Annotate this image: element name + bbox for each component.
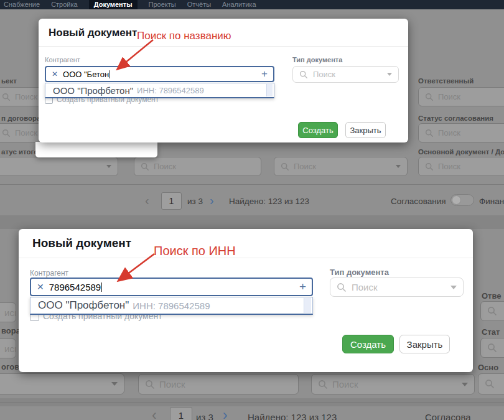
filter-input-fragment-right[interactable] (480, 338, 504, 358)
approvals-label-fragment: Согласова (425, 412, 471, 420)
search-icon (487, 306, 497, 316)
search-icon (485, 379, 495, 389)
clear-icon[interactable]: ✕ (52, 70, 58, 78)
finance-label-fragment: Финан (479, 197, 504, 206)
filter-input-fragment-right[interactable] (480, 301, 504, 321)
suggestion-name: ООО "Профбетон" (38, 299, 129, 312)
new-document-modal-bottom: Новый документ Поиск по ИНН Контрагент ✕… (19, 229, 473, 372)
filter-status-select[interactable] (0, 157, 118, 176)
filter-label-fragment: огов (1, 362, 19, 371)
chevron-down-icon (106, 165, 111, 168)
filter-label-fragment-right: Осно (478, 363, 498, 372)
placeholder: Поиск (438, 128, 460, 138)
placeholder: Поиск (15, 92, 37, 101)
approvals-finance-toggle[interactable] (450, 194, 474, 206)
filter-approval-status-search-input[interactable]: Поиск (418, 123, 504, 142)
filter-search-select[interactable]: Поиск (274, 157, 408, 176)
nav-item-supply[interactable]: Снабжение (4, 0, 40, 9)
placeholder: Поиск (294, 162, 316, 171)
nav-item-reports[interactable]: Отчёты (187, 0, 211, 9)
chevron-down-icon (450, 286, 457, 289)
create-button[interactable]: Создать (342, 335, 394, 353)
close-button[interactable]: Закрыть (399, 335, 450, 353)
suggestion-item[interactable]: ООО "Профбетон" ИНН: 7896542589 (45, 83, 274, 98)
filter-input-fragment-right[interactable] (478, 373, 504, 394)
placeholder-fragment: иск (4, 343, 16, 354)
page-number-box[interactable]: 1 (170, 407, 192, 420)
search-icon (337, 282, 347, 292)
placeholder: Поиск (438, 92, 460, 101)
nav-item-analytics[interactable]: Аналитика (222, 0, 256, 9)
red-arrow-icon (112, 251, 162, 286)
top-nav: Снабжение Стройка Документы Проекты Отчё… (0, 0, 504, 9)
close-button[interactable]: Закрыть (345, 122, 386, 138)
text-cursor (101, 282, 102, 292)
search-icon (2, 93, 11, 101)
page-next-button[interactable]: › (223, 408, 228, 420)
counterparty-input[interactable]: ✕ ООО "Бетон + (45, 66, 274, 82)
scrollbar[interactable] (266, 84, 273, 96)
filter-responsible-search-input[interactable]: Поиск (418, 87, 504, 106)
red-arrow-icon (107, 37, 157, 76)
filter-label-fragment: вора (1, 326, 21, 335)
counterparty-label: Контрагент (30, 269, 68, 278)
toggle-knob (452, 195, 461, 205)
annotation-search-by-inn: Поиск по ИНН (154, 244, 236, 258)
nav-item-construction[interactable]: Стройка (51, 0, 78, 9)
chevron-down-icon (111, 382, 118, 386)
placeholder: Поиск (332, 379, 358, 390)
suggestion-inn: ИНН: 7896542589 (137, 86, 204, 95)
search-icon (425, 93, 434, 101)
section-band (0, 215, 504, 229)
approvals-label: Согласования (391, 197, 446, 206)
filter-label-approval-status: Статус согласования (418, 114, 493, 122)
doc-type-select[interactable]: Поиск (292, 66, 399, 83)
placeholder: Поиск (352, 282, 378, 292)
scrollbar[interactable] (304, 298, 311, 313)
search-icon (425, 129, 434, 138)
filter-input-fragment[interactable]: иск (0, 302, 16, 322)
counterparty-value: 7896542589 (49, 282, 101, 292)
filter-input-fragment[interactable]: иск (0, 338, 16, 358)
page-number-box[interactable]: 1 (161, 192, 182, 210)
placeholder: Поиск (438, 162, 460, 171)
filter-label-responsible: Ответственный (418, 77, 474, 85)
page-next-button[interactable]: › (210, 194, 214, 207)
placeholder: Поиск (313, 70, 335, 79)
search-icon (318, 380, 328, 390)
filter-main-doc-search-input[interactable]: Поиск (418, 157, 504, 176)
chevron-down-icon (462, 383, 468, 386)
suggestion-item[interactable]: ООО "Профбетон" ИНН: 7896542589 (30, 297, 313, 315)
doc-type-label: Тип документа (292, 56, 342, 63)
create-button[interactable]: Создать (298, 122, 338, 138)
chevron-down-icon (387, 73, 392, 76)
filter-status-select-bottom[interactable] (0, 373, 124, 394)
search-icon (141, 162, 149, 171)
filter-label-contract-fragment: п договора (1, 114, 41, 122)
page-prev-button[interactable]: ‹ (145, 194, 149, 207)
filter-search-input-bottom[interactable]: Поиск (138, 374, 299, 394)
search-icon (299, 70, 308, 79)
filter-label-fragment-right: Стат (482, 327, 500, 337)
filter-search-input[interactable]: Поиск (134, 157, 261, 176)
doc-type-select[interactable]: Поиск (330, 278, 464, 297)
nav-item-documents[interactable]: Документы (89, 0, 138, 9)
found-count: Найдено: 123 из 123 (229, 197, 309, 206)
filter-search-select-bottom[interactable]: Поиск (311, 374, 475, 394)
add-icon[interactable]: + (261, 68, 268, 80)
filter-label-object-fragment: ьект (1, 77, 17, 85)
suggestion-name: ООО "Профбетон" (53, 85, 133, 96)
nav-item-projects[interactable]: Проекты (149, 0, 176, 9)
filter-label-fragment-right: Отве (482, 291, 502, 301)
counterparty-input[interactable]: ✕ 7896542589 + (30, 278, 313, 296)
divider (19, 258, 473, 258)
clear-icon[interactable]: ✕ (37, 282, 44, 292)
placeholder: Поиск (154, 162, 176, 171)
placeholder: Поиск (15, 128, 37, 138)
add-icon[interactable]: + (299, 280, 306, 294)
new-document-modal-top: Новый документ Поиск по названию Контраг… (39, 19, 408, 142)
counterparty-label: Контрагент (45, 56, 80, 63)
search-icon (425, 162, 434, 171)
page-prev-button[interactable]: ‹ (152, 408, 157, 420)
filter-label-main-doc: Основной документ / Доп.с (418, 148, 504, 156)
